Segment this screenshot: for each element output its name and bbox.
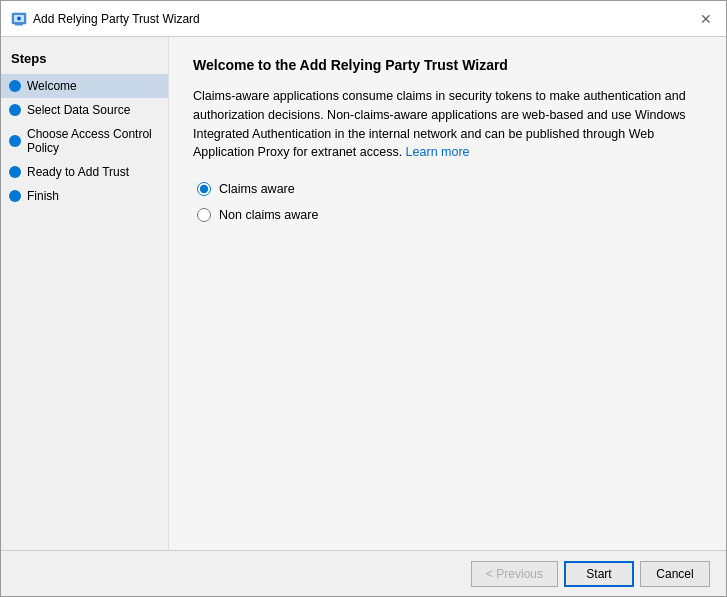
wizard-icon <box>11 11 27 27</box>
close-button[interactable]: ✕ <box>696 12 716 26</box>
description-text: Claims-aware applications consume claims… <box>193 87 702 162</box>
sidebar-label-finish: Finish <box>27 189 59 203</box>
sidebar-item-ready-to-add[interactable]: Ready to Add Trust <box>1 160 168 184</box>
cancel-button[interactable]: Cancel <box>640 561 710 587</box>
sidebar-heading: Steps <box>1 51 168 74</box>
sidebar-label-ready-to-add: Ready to Add Trust <box>27 165 129 179</box>
radio-option-claims-aware[interactable]: Claims aware <box>197 182 702 196</box>
sidebar-item-choose-access-control[interactable]: Choose Access Control Policy <box>1 122 168 160</box>
step-dot-select-data-source <box>9 104 21 116</box>
radio-label-non-claims-aware: Non claims aware <box>219 208 318 222</box>
main-content: Steps Welcome Select Data Source Choose … <box>1 37 726 550</box>
sidebar-item-select-data-source[interactable]: Select Data Source <box>1 98 168 122</box>
previous-button[interactable]: < Previous <box>471 561 558 587</box>
radio-non-claims-aware[interactable] <box>197 208 211 222</box>
footer: < Previous Start Cancel <box>1 550 726 596</box>
radio-claims-aware[interactable] <box>197 182 211 196</box>
title-bar-left: Add Relying Party Trust Wizard <box>11 11 200 27</box>
step-dot-choose-access-control <box>9 135 21 147</box>
step-dot-finish <box>9 190 21 202</box>
radio-label-claims-aware: Claims aware <box>219 182 295 196</box>
svg-point-2 <box>17 16 21 20</box>
learn-more-link[interactable]: Learn more <box>406 145 470 159</box>
window-title: Add Relying Party Trust Wizard <box>33 12 200 26</box>
sidebar-item-welcome[interactable]: Welcome <box>1 74 168 98</box>
radio-option-non-claims-aware[interactable]: Non claims aware <box>197 208 702 222</box>
page-title: Welcome to the Add Relying Party Trust W… <box>193 57 702 73</box>
sidebar-label-select-data-source: Select Data Source <box>27 103 130 117</box>
step-dot-ready-to-add <box>9 166 21 178</box>
wizard-window: Add Relying Party Trust Wizard ✕ Steps W… <box>0 0 727 597</box>
sidebar: Steps Welcome Select Data Source Choose … <box>1 37 169 550</box>
step-dot-welcome <box>9 80 21 92</box>
svg-rect-3 <box>15 24 23 26</box>
sidebar-label-welcome: Welcome <box>27 79 77 93</box>
radio-group: Claims aware Non claims aware <box>197 182 702 222</box>
start-button[interactable]: Start <box>564 561 634 587</box>
title-bar: Add Relying Party Trust Wizard ✕ <box>1 1 726 37</box>
sidebar-item-finish[interactable]: Finish <box>1 184 168 208</box>
main-panel: Welcome to the Add Relying Party Trust W… <box>169 37 726 550</box>
sidebar-label-choose-access-control: Choose Access Control Policy <box>27 127 158 155</box>
